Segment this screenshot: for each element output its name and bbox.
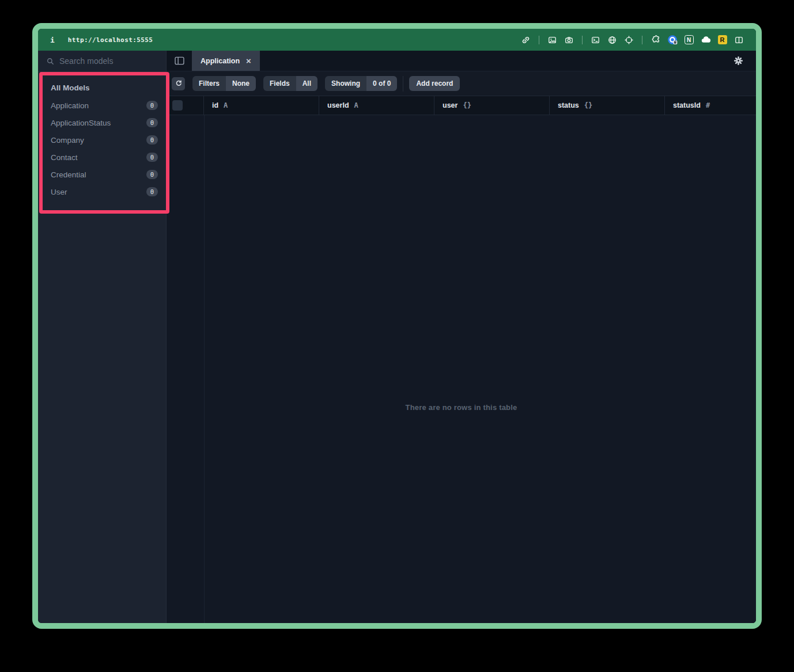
- browser-titlebar: i http://localhost:5555: [38, 29, 756, 51]
- terminal-icon[interactable]: [590, 35, 601, 45]
- column-header-id[interactable]: id A: [204, 96, 319, 115]
- model-label: ApplicationStatus: [51, 119, 111, 127]
- column-type-icon: A: [354, 101, 358, 109]
- fields-label: Fields: [263, 76, 296, 91]
- filters-value: None: [226, 76, 256, 91]
- count-badge: 0: [146, 153, 158, 162]
- count-badge: 0: [146, 170, 158, 180]
- column-type-icon: A: [224, 101, 228, 109]
- sidebar-item-contact[interactable]: Contact 0: [38, 149, 166, 166]
- extensions-puzzle-icon[interactable]: [650, 35, 661, 45]
- models-list: All Models Application 0 ApplicationStat…: [38, 72, 166, 200]
- sidebar-item-application[interactable]: Application 0: [38, 97, 166, 114]
- column-type-icon: {}: [584, 101, 592, 109]
- notion-icon[interactable]: N: [683, 35, 694, 45]
- count-badge: 0: [146, 118, 158, 128]
- sidebar-item-applicationstatus[interactable]: ApplicationStatus 0: [38, 114, 166, 131]
- column-type-icon: {}: [463, 101, 471, 109]
- add-record-button[interactable]: Add record: [409, 76, 460, 91]
- password-manager-icon[interactable]: [667, 35, 678, 45]
- globe-icon[interactable]: [607, 35, 618, 45]
- cloud-icon[interactable]: [700, 35, 711, 45]
- column-label: user: [443, 101, 458, 109]
- column-label: status: [558, 101, 579, 109]
- count-badge: 0: [146, 101, 158, 111]
- showing-label: Showing: [325, 76, 366, 91]
- search-models-row[interactable]: [38, 51, 166, 72]
- split-view-icon[interactable]: [733, 35, 744, 45]
- tab-application[interactable]: Application ×: [192, 51, 260, 71]
- column-type-icon: #: [706, 101, 710, 109]
- count-badge: 0: [146, 187, 158, 197]
- sidebar-toggle-icon[interactable]: [167, 51, 192, 71]
- showing-value: 0 of 0: [366, 76, 397, 91]
- toolbar-separator: [582, 36, 583, 44]
- browser-toolbar-icons: N R: [520, 35, 744, 45]
- address-url[interactable]: http://localhost:5555: [68, 36, 153, 44]
- column-header-status[interactable]: status {}: [550, 96, 665, 115]
- column-label: statusId: [673, 101, 701, 109]
- model-label: Company: [51, 136, 84, 145]
- browser-window: i http://localhost:5555: [32, 23, 762, 629]
- fields-value: All: [296, 76, 317, 91]
- row-selector-column-divider: [204, 115, 205, 623]
- search-icon: [46, 57, 55, 66]
- column-header-statusid[interactable]: statusId #: [665, 96, 756, 115]
- r-extension-icon[interactable]: R: [717, 35, 728, 45]
- empty-table-message: There are no rows in this table: [167, 403, 756, 412]
- search-models-input[interactable]: [59, 56, 146, 66]
- column-header-user[interactable]: user {}: [434, 96, 550, 115]
- model-label: Application: [51, 101, 89, 110]
- prisma-studio-app: All Models Application 0 ApplicationStat…: [38, 51, 756, 623]
- column-label: id: [212, 101, 218, 109]
- crosshair-icon[interactable]: [623, 35, 634, 45]
- sidebar-item-user[interactable]: User 0: [38, 183, 166, 200]
- select-all-cell: [167, 96, 204, 115]
- filters-control[interactable]: Filters None: [192, 76, 256, 91]
- toolbar-divider: [403, 76, 403, 92]
- refresh-button[interactable]: [172, 77, 185, 90]
- showing-control[interactable]: Showing 0 of 0: [325, 76, 397, 91]
- model-label: User: [51, 188, 67, 196]
- table-toolbar: Filters None Fields All Showing 0 of 0 A…: [167, 71, 756, 96]
- select-all-checkbox[interactable]: [172, 100, 183, 111]
- column-label: userId: [327, 101, 349, 109]
- fields-control[interactable]: Fields All: [263, 76, 317, 91]
- model-label: Contact: [51, 153, 78, 162]
- model-label: Credential: [51, 170, 86, 179]
- table-header-row: id A userId A user {} status {} statusId: [167, 96, 756, 115]
- tab-close-icon[interactable]: ×: [246, 56, 251, 65]
- sidebar-item-credential[interactable]: Credential 0: [38, 166, 166, 183]
- models-heading: All Models: [38, 79, 166, 97]
- toolbar-separator: [642, 36, 642, 44]
- main-panel: Application ×: [167, 51, 756, 623]
- models-sidebar: All Models Application 0 ApplicationStat…: [38, 51, 167, 623]
- column-header-userid[interactable]: userId A: [319, 96, 434, 115]
- settings-gear-icon[interactable]: [733, 56, 743, 66]
- table-body: There are no rows in this table: [167, 115, 756, 623]
- tab-strip: Application ×: [167, 51, 756, 71]
- sidebar-item-company[interactable]: Company 0: [38, 131, 166, 149]
- camera-icon[interactable]: [564, 35, 574, 45]
- toolbar-separator: [539, 36, 539, 44]
- info-icon[interactable]: i: [50, 36, 55, 44]
- count-badge: 0: [146, 135, 158, 145]
- image-capture-icon[interactable]: [547, 35, 558, 45]
- tab-label: Application: [201, 57, 240, 65]
- link-icon[interactable]: [520, 35, 531, 45]
- filters-label: Filters: [192, 76, 226, 91]
